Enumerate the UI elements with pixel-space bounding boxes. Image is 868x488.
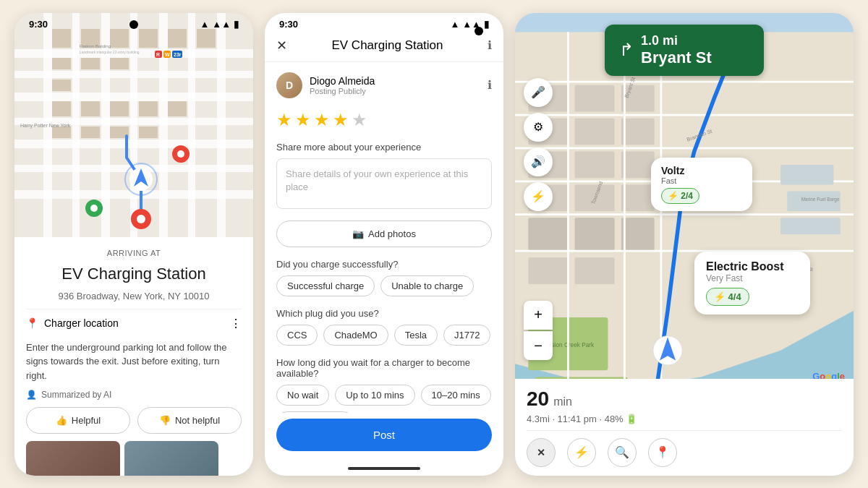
plug-question: Which plug did you use? xyxy=(276,308,492,319)
status-bar-2: 9:30 ▲ ▲▲ ▮ xyxy=(265,13,503,33)
wait-question: How long did you wait for a charger to b… xyxy=(276,357,492,379)
zoom-out-button[interactable]: − xyxy=(524,331,553,360)
electric-boost-bubble[interactable]: Electric Boost Very Fast ⚡ 4/4 xyxy=(694,252,810,314)
nav-route-button[interactable]: ⚡ xyxy=(567,438,596,467)
avatar: D xyxy=(276,72,302,98)
svg-rect-67 xyxy=(621,118,655,145)
svg-rect-91 xyxy=(780,164,833,184)
nav-pin-button[interactable]: 📍 xyxy=(648,438,677,467)
experience-section: Share more about your experience Share d… xyxy=(276,142,492,209)
chip-tesla[interactable]: Tesla xyxy=(394,325,438,346)
chip-unable-to-charge[interactable]: Unable to charge xyxy=(380,275,474,296)
summarized-row: 👤 Summarized by AI xyxy=(26,390,242,400)
svg-rect-28 xyxy=(139,101,158,116)
home-indicator-2 xyxy=(348,467,420,470)
photos-row xyxy=(26,441,242,475)
experience-textarea[interactable]: Share details of your own experience at … xyxy=(276,158,492,209)
direction-street: Bryant St xyxy=(641,48,712,67)
chip-j1772[interactable]: J1772 xyxy=(443,325,490,346)
svg-rect-68 xyxy=(621,151,655,178)
microphone-button[interactable]: 🎤 xyxy=(524,78,553,107)
post-button[interactable]: Post xyxy=(276,419,492,451)
nav-controls: 🎤 ⚙ 🔊 ⚡ xyxy=(524,78,553,211)
add-photos-button[interactable]: 📷 Add photos xyxy=(276,221,492,247)
flash-button[interactable]: ⚡ xyxy=(524,182,553,211)
stars-row[interactable]: ★ ★ ★ ★ ★ xyxy=(276,110,492,130)
reviewer-info-icon[interactable]: ℹ xyxy=(488,78,492,92)
nav-cancel-button[interactable]: ✕ xyxy=(527,438,556,467)
svg-point-41 xyxy=(137,215,145,223)
nav-bottom-bar: 20 min 4.3mi · 11:41 pm · 48% 🔋 ✕ ⚡ 🔍 📍 xyxy=(515,379,854,476)
chip-10-20[interactable]: 10–20 mins xyxy=(421,385,491,406)
camera-icon: 📷 xyxy=(352,228,364,239)
charge-question: Did you charge successfully? xyxy=(276,259,492,270)
star-2[interactable]: ★ xyxy=(295,110,311,130)
close-button[interactable]: ✕ xyxy=(276,39,287,52)
ai-icon: 👤 xyxy=(26,390,37,400)
zoom-in-button[interactable]: + xyxy=(524,301,553,330)
svg-point-39 xyxy=(90,205,98,212)
svg-rect-62 xyxy=(575,151,615,178)
add-photos-label: Add photos xyxy=(368,228,416,239)
nav-time-unit: min xyxy=(553,395,572,408)
nav-search-button[interactable]: 🔍 xyxy=(608,438,637,467)
battery-icon-1: ▮ xyxy=(234,19,239,30)
battery-icon-2: ▮ xyxy=(484,19,489,30)
camera-dot-1 xyxy=(129,20,138,29)
status-icons-2: ▲ ▲▲ ▮ xyxy=(450,19,489,30)
voltz-bubble[interactable]: Voltz Fast ⚡ 2/4 xyxy=(651,158,752,211)
svg-rect-31 xyxy=(81,127,100,138)
settings-button[interactable]: ⚙ xyxy=(524,113,553,142)
chip-successful-charge[interactable]: Successful charge xyxy=(276,275,375,296)
star-4[interactable]: ★ xyxy=(333,110,349,130)
thumbs-up-icon: 👍 xyxy=(56,415,67,426)
voltz-name: Voltz xyxy=(661,165,742,176)
svg-rect-58 xyxy=(528,218,568,251)
voltz-availability: ⚡ 2/4 xyxy=(661,188,699,204)
photo-thumb-1[interactable] xyxy=(26,441,120,475)
star-3[interactable]: ★ xyxy=(314,110,330,130)
charge-chips: Successful charge Unable to charge xyxy=(276,275,492,296)
wifi-icon-2: ▲ xyxy=(450,19,459,30)
svg-rect-65 xyxy=(575,257,615,284)
svg-text:23r: 23r xyxy=(174,52,182,57)
helpful-button[interactable]: 👍 Helpful xyxy=(26,407,130,434)
svg-rect-30 xyxy=(52,127,71,138)
svg-text:Landmark triangular 22-story b: Landmark triangular 22-story building xyxy=(80,50,140,54)
chip-up-to-10[interactable]: Up to 10 mins xyxy=(335,385,414,406)
svg-rect-21 xyxy=(110,58,129,69)
chip-over-20[interactable]: Over 20 mins xyxy=(276,411,354,413)
star-5[interactable]: ★ xyxy=(352,110,367,130)
charger-location-row: 📍 Charger location ⋮ xyxy=(26,309,242,333)
status-bar-1: 9:30 ▲ ▲▲ ▮ xyxy=(14,13,253,33)
svg-rect-14 xyxy=(217,13,226,237)
station-address: 936 Broadway, New York, NY 10010 xyxy=(26,291,242,301)
chip-ccs[interactable]: CCS xyxy=(276,325,318,346)
panel2-header: ✕ EV Charging Station ℹ xyxy=(265,33,503,62)
svg-point-37 xyxy=(177,150,184,158)
more-options-icon[interactable]: ⋮ xyxy=(230,317,242,330)
nav-map: Mission Creek Park Mission Bay Kids' Par… xyxy=(515,13,854,476)
info-icon[interactable]: ℹ xyxy=(488,38,492,52)
chip-chademo[interactable]: ChadeMO xyxy=(323,325,388,346)
volume-button[interactable]: 🔊 xyxy=(524,147,553,176)
nav-direction-bar: ↱ 1.0 mi Bryant St xyxy=(605,25,764,76)
star-1[interactable]: ★ xyxy=(276,110,292,130)
svg-rect-27 xyxy=(110,101,129,116)
eb-name: Electric Boost xyxy=(706,260,799,273)
signal-icon: ▲▲ xyxy=(212,19,231,30)
svg-rect-69 xyxy=(621,184,655,211)
nav-time: 20 xyxy=(527,388,549,411)
svg-rect-11 xyxy=(130,13,137,237)
nav-time-row: 20 min xyxy=(527,388,842,411)
svg-text:Flatiron Building: Flatiron Building xyxy=(80,44,111,48)
charger-location-label: Charger location xyxy=(44,317,119,329)
status-icons-1: ▲ ▲▲ ▮ xyxy=(200,19,239,30)
photo-thumb-2[interactable] xyxy=(124,441,218,475)
not-helpful-button[interactable]: 👎 Not helpful xyxy=(137,407,242,434)
wait-section: How long did you wait for a charger to b… xyxy=(276,357,492,413)
chip-no-wait[interactable]: No wait xyxy=(276,385,329,406)
svg-rect-26 xyxy=(81,101,100,116)
plug-chips: CCS ChadeMO Tesla J1772 xyxy=(276,325,492,346)
reviewer-details: Diogo Almeida Posting Publicly xyxy=(310,75,375,95)
